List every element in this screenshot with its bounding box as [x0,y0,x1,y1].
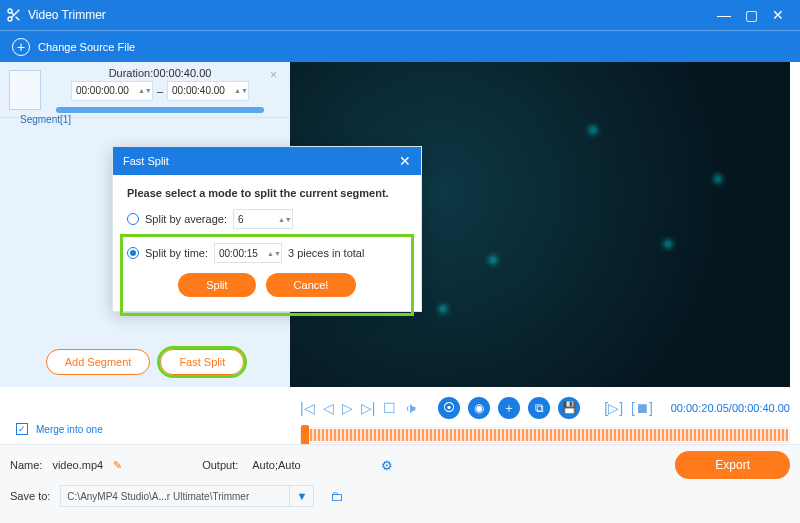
dialog-title: Fast Split [123,155,169,167]
close-button[interactable]: ✕ [772,7,784,23]
timeline[interactable] [300,427,790,443]
dialog-titlebar: Fast Split ✕ [113,147,421,175]
spinner-icon[interactable]: ▲▼ [234,87,244,94]
spinner-icon[interactable]: ▲▼ [138,87,148,94]
dialog-close-icon[interactable]: ✕ [399,153,411,169]
name-label: Name: [10,459,42,471]
export-button[interactable]: Export [675,451,790,479]
titlebar: Video Trimmer — ▢ ✕ + Change Source File [0,0,800,62]
window-controls: — ▢ ✕ [717,7,794,23]
bracket-in-icon[interactable]: [▷] [604,400,623,416]
titlebar-top: Video Trimmer — ▢ ✕ [0,0,800,30]
split-by-average-label: Split by average: [145,213,227,225]
player-controls: |◁ ◁ ▷ ▷| ☐ 🕩 ⦿ ◉ ＋ ⧉ 💾 [▷] [⏹] 00:00:20… [300,393,790,423]
dialog-message: Please select a mode to split the curren… [127,187,407,199]
output-value: Auto;Auto [252,459,300,471]
segment-start-input[interactable]: 00:00:00.00▲▼ [71,81,153,101]
timeline-fill [302,429,788,441]
segment-row[interactable]: Segment[1] Duration:00:00:40.00 00:00:00… [0,62,290,118]
output-label: Output: [202,459,238,471]
dialog-body: Please select a mode to split the curren… [113,175,421,311]
radio-icon[interactable] [127,213,139,225]
split-time-input[interactable]: 00:00:15▲▼ [214,243,282,263]
segment-name: Segment[1] [12,114,71,125]
skip-start-icon[interactable]: |◁ [300,400,315,416]
segment-thumbnail [9,70,41,110]
segment-track[interactable] [56,107,264,113]
play-icon[interactable]: ▷ [342,400,353,416]
toolbar: + Change Source File [0,30,800,62]
split-by-average-row[interactable]: Split by average: 6▲▼ [127,209,407,229]
save-segment-button[interactable]: 💾 [558,397,580,419]
dash: – [157,85,163,97]
player-time: 00:00:20.05/00:00:40.00 [671,402,790,414]
app-title: Video Trimmer [6,7,106,23]
app-title-text: Video Trimmer [28,8,106,22]
change-source-button[interactable]: Change Source File [38,41,135,53]
snapshot-button[interactable]: ⦿ [438,397,460,419]
svg-line-4 [11,12,14,15]
save-path-picker: C:\AnyMP4 Studio\A...r Ultimate\Trimmer … [60,485,314,507]
svg-line-3 [16,17,20,21]
segment-time-inputs: 00:00:00.00▲▼ – 00:00:40.00▲▼ [56,81,264,101]
open-folder-icon[interactable]: 🗀 [330,489,343,504]
svg-point-1 [8,17,12,21]
add-marker-button[interactable]: ＋ [498,397,520,419]
svg-point-0 [8,9,12,13]
dialog-split-button[interactable]: Split [178,273,255,297]
camera-button[interactable]: ◉ [468,397,490,419]
next-frame-icon[interactable]: ▷| [361,400,376,416]
fast-split-dialog: Fast Split ✕ Please select a mode to spl… [112,146,422,312]
maximize-button[interactable]: ▢ [745,7,758,23]
split-by-time-label: Split by time: [145,247,208,259]
copy-button[interactable]: ⧉ [528,397,550,419]
volume-icon[interactable]: 🕩 [404,400,418,416]
prev-frame-icon[interactable]: ◁ [323,400,334,416]
split-average-input[interactable]: 6▲▼ [233,209,293,229]
merge-checkbox[interactable]: ✓Merge into one [10,423,103,435]
segment-end-input[interactable]: 00:00:40.00▲▼ [167,81,249,101]
name-value: video.mp4 [52,459,103,471]
fast-split-button[interactable]: Fast Split [160,349,244,375]
bracket-out-icon[interactable]: [⏹] [631,400,653,416]
save-path-input[interactable]: C:\AnyMP4 Studio\A...r Ultimate\Trimmer [60,485,290,507]
segment-thumb-col: Segment[1] [0,70,50,110]
dialog-cancel-button[interactable]: Cancel [266,273,356,297]
split-by-time-row[interactable]: Split by time: 00:00:15▲▼ 3 pieces in to… [127,243,407,263]
segment-duration-col: Duration:00:00:40.00 00:00:00.00▲▼ – 00:… [50,63,270,117]
split-time-total: 3 pieces in total [288,247,364,259]
output-settings-icon[interactable]: ⚙ [381,458,393,473]
stop-icon[interactable]: ☐ [383,400,396,416]
edit-name-icon[interactable]: ✎ [113,459,122,472]
footer: ✓Merge into one Name: video.mp4 ✎ Output… [0,444,800,523]
minimize-button[interactable]: — [717,7,731,23]
segment-duration-label: Duration:00:00:40.00 [56,67,264,79]
scissors-icon [6,7,22,23]
radio-icon[interactable] [127,247,139,259]
segment-remove-button[interactable]: × [270,68,286,82]
save-path-dropdown[interactable]: ▼ [290,485,314,507]
segment-buttons: Add Segment Fast Split [0,349,290,375]
output-row-1: Name: video.mp4 ✎ Output: Auto;Auto ⚙ Ex… [10,451,790,479]
add-icon[interactable]: + [12,38,30,56]
dialog-buttons: Split Cancel [127,273,407,297]
add-segment-button[interactable]: Add Segment [46,349,151,375]
output-row-2: Save to: C:\AnyMP4 Studio\A...r Ultimate… [10,485,790,507]
save-to-label: Save to: [10,490,50,502]
